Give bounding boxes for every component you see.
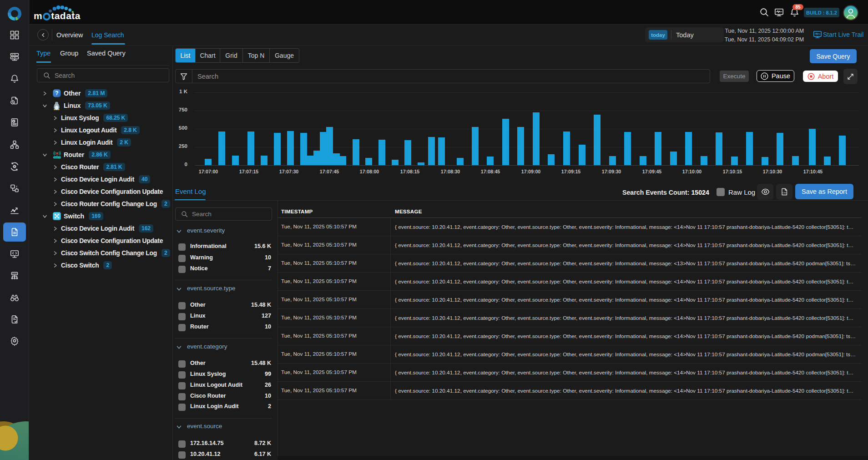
svg-text:CSV: CSV: [782, 192, 786, 194]
svg-text:?: ?: [55, 90, 58, 96]
